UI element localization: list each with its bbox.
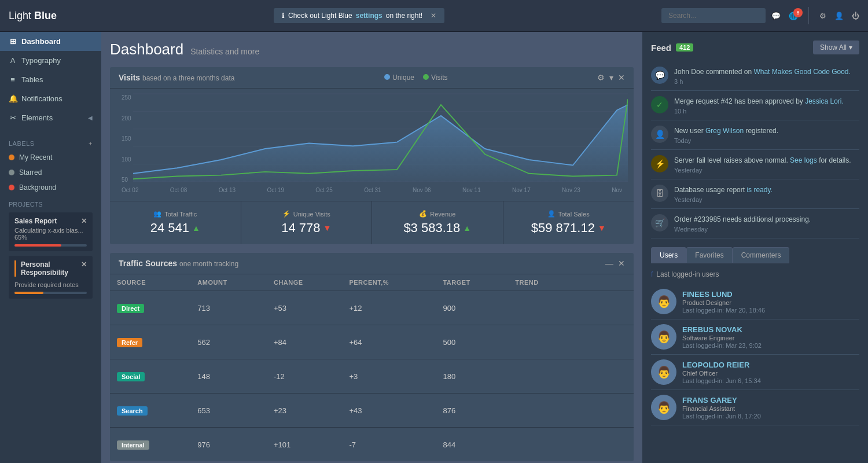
feed-text: John Doe commented on What Makes Good Co… <box>674 67 859 77</box>
amount-cell: 562 <box>190 325 267 359</box>
layout: ⊞ Dashboard A Typography ≡ Tables 🔔 Noti… <box>0 32 868 463</box>
trend-chart <box>515 365 573 385</box>
feed-content: Merge request #42 has been approved by J… <box>674 96 859 115</box>
table-row: Direct 713 +53 +12 900 <box>110 291 634 325</box>
check-feed-icon: ✓ <box>651 96 668 113</box>
x-axis-labels: Oct 02 Oct 08 Oct 13 Oct 19 Oct 25 Oct 3… <box>116 186 628 198</box>
chat-icon[interactable]: 💬 <box>771 12 781 20</box>
search-input[interactable] <box>661 8 766 23</box>
user-name[interactable]: FINEES LUND <box>682 290 859 299</box>
power-icon[interactable]: ⏻ <box>852 12 859 20</box>
header: Light Blue ℹ Check out Light Blue settin… <box>0 0 868 32</box>
percent-cell: +43 <box>342 394 436 428</box>
feed-time: Yesterday <box>674 167 859 174</box>
percent-cell: +3 <box>342 359 436 394</box>
user-name[interactable]: LEOPOLDO REIER <box>682 361 859 369</box>
trend-cell <box>508 428 634 462</box>
sidebar-item-elements[interactable]: ✂ Elements ◀ <box>0 108 101 127</box>
source-badge: Direct <box>117 304 144 313</box>
source-cell: Internal <box>110 428 190 462</box>
feed-badge: 412 <box>676 43 693 52</box>
user-info: EREBUS NOVAK Software Engineer Last logg… <box>682 325 859 349</box>
table-row: Search 653 +23 +43 876 <box>110 394 634 428</box>
chart-legend: Unique Visits <box>384 74 447 82</box>
minimize-icon[interactable]: — <box>605 259 613 268</box>
project-close-icon-2[interactable]: ✕ <box>81 260 87 280</box>
main-content: Dashboard Statistics and more Visits bas… <box>101 32 642 463</box>
source-badge: Refer <box>117 338 142 347</box>
chevron-down-icon[interactable]: ▾ <box>609 73 613 82</box>
settings-icon[interactable]: ⚙ <box>819 12 826 20</box>
user-item: 👨 FINEES LUND Product Designer Last logg… <box>651 284 859 319</box>
tab-favorites[interactable]: Favorites <box>686 247 732 263</box>
feed-link[interactable]: Greg Wilson <box>705 127 744 135</box>
dot-gray-icon <box>9 170 14 175</box>
sidebar-item-dashboard[interactable]: ⊞ Dashboard <box>0 32 101 51</box>
notice-close-icon[interactable]: ✕ <box>431 12 436 20</box>
show-all-button[interactable]: Show All ▾ <box>813 41 859 54</box>
feed-link[interactable]: See logs <box>790 156 817 164</box>
header-notice: ℹ Check out Light Blue settings on the r… <box>274 8 444 23</box>
feed-content: John Doe commented on What Makes Good Co… <box>674 67 859 85</box>
progress-bar-fill-2 <box>14 292 43 294</box>
close-icon[interactable]: ✕ <box>618 73 625 82</box>
feed-time: Wednesday <box>674 226 859 233</box>
stat-total-traffic: 👥Total Traffic 24 541▲ <box>110 201 241 244</box>
user-name[interactable]: FRANS GAREY <box>682 396 859 405</box>
stat-unique-visits: ⚡Unique Visits 14 778▼ <box>241 201 373 244</box>
sidebar-label-recent[interactable]: My Recent <box>0 150 101 165</box>
feed-item: ⚡ Server fail level raises above normal.… <box>651 150 859 179</box>
trend-cell <box>508 359 634 394</box>
gear-icon[interactable]: ⚙ <box>597 73 605 82</box>
col-amount: AMOUNT <box>190 274 267 291</box>
header-right: 💬 🌐 8 ⚙ 👤 ⏻ <box>661 7 859 24</box>
feed-link[interactable]: is ready. <box>746 186 772 194</box>
col-source: SOURCE <box>110 274 190 291</box>
chat-feed-icon: 💬 <box>651 67 668 84</box>
change-cell: +101 <box>267 428 343 462</box>
traffic-card-header: Traffic Sources one month tracking — ✕ <box>110 253 634 274</box>
tab-commenters[interactable]: Commenters <box>733 247 790 263</box>
col-percent: PERCENT,% <box>342 274 436 291</box>
avatar: 👨 <box>651 359 676 385</box>
visits-chart-svg <box>133 91 628 184</box>
source-cell: Social <box>110 359 190 394</box>
progress-bar-fill <box>14 244 61 247</box>
target-cell: 180 <box>436 359 508 394</box>
feed-items: 💬 John Doe commented on What Makes Good … <box>651 61 859 238</box>
close-icon[interactable]: ✕ <box>618 259 625 268</box>
traffic-card-title: Traffic Sources one month tracking <box>119 259 238 268</box>
feed-content: New user Greg Wilson registered. Today <box>674 126 859 144</box>
project-close-icon[interactable]: ✕ <box>81 217 87 225</box>
feed-link[interactable]: What Makes Good Code Good. <box>753 68 850 76</box>
source-cell: Direct <box>110 291 190 325</box>
feed-item: 👤 New user Greg Wilson registered. Today <box>651 120 859 150</box>
avatar: 👨 <box>651 395 676 420</box>
trend-chart <box>515 331 573 351</box>
globe-icon[interactable]: 🌐 8 <box>789 12 798 20</box>
user-name[interactable]: EREBUS NOVAK <box>682 325 859 334</box>
sidebar-label-starred[interactable]: Starred <box>0 165 101 180</box>
sidebar-label-background[interactable]: Background <box>0 180 101 195</box>
chart-container: 250 200 150 100 50 <box>110 89 634 201</box>
project-personal-responsibility: Personal Responsibility ✕ Provide requir… <box>9 256 93 299</box>
change-cell: +84 <box>267 325 343 359</box>
sidebar: ⊞ Dashboard A Typography ≡ Tables 🔔 Noti… <box>0 32 101 463</box>
right-panel: Feed 412 Show All ▾ 💬 John Doe commented… <box>642 32 868 463</box>
feed-link[interactable]: Jessica Lori. <box>805 97 844 105</box>
labels-add-icon[interactable]: + <box>89 140 93 147</box>
table-row: Internal 976 +101 -7 844 <box>110 428 634 462</box>
user-icon[interactable]: 👤 <box>834 12 844 20</box>
feed-text: Database usage report is ready. <box>674 185 859 195</box>
tab-users[interactable]: Users <box>651 247 686 263</box>
percent-cell: +12 <box>342 291 436 325</box>
sidebar-item-notifications[interactable]: 🔔 Notifications <box>0 89 101 108</box>
feed-text: Merge request #42 has been approved by J… <box>674 96 859 106</box>
col-trend: TREND <box>508 274 634 291</box>
progress-bar-bg <box>14 244 87 247</box>
change-cell: -12 <box>267 359 343 394</box>
sidebar-item-tables[interactable]: ≡ Tables <box>0 70 101 89</box>
sidebar-item-typography[interactable]: A Typography <box>0 51 101 70</box>
user-role: Chief Officer <box>682 370 859 377</box>
visits-chart-card: Visits based on a three months data Uniq… <box>110 67 634 244</box>
